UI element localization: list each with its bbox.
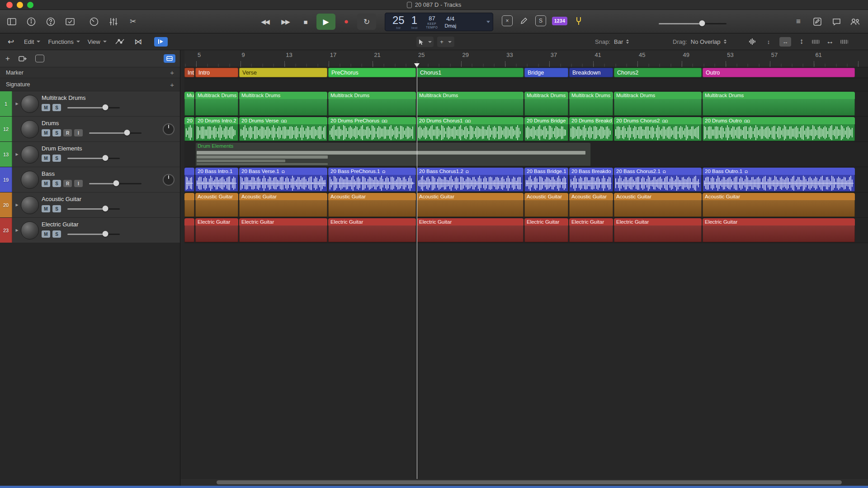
track-lane-drums[interactable]: 2020 Drums Intro.220 Drums VerseΩΩ20 Dru… [184,117,868,142]
region[interactable]: Multitrack Drums [195,92,238,116]
count-in-button[interactable]: 1234 [552,17,567,25]
volume-slider[interactable] [89,130,142,136]
solo-button[interactable]: S [52,155,61,162]
track-header[interactable]: 1 ▶ Multitrack Drums MS [0,91,180,117]
region[interactable]: 20 Bass Outro.1Ω [703,168,855,192]
input-monitoring-button[interactable]: I [74,180,83,187]
list-editors-icon[interactable]: ≡ [793,16,804,27]
track-name[interactable]: Bass [42,170,180,177]
track-icon-acoustic-guitar[interactable] [21,196,39,214]
mute-button[interactable]: M [42,155,50,162]
track-icon-drum-elements[interactable] [21,145,39,164]
command-click-tool-menu[interactable]: + [437,37,454,47]
region[interactable]: Electric Guitar [328,218,416,242]
region[interactable]: Multitrack Drums [524,92,568,116]
smart-controls-icon[interactable] [89,16,99,27]
quick-help-icon[interactable] [45,16,56,27]
horizontal-zoom-slider[interactable] [840,40,848,44]
close-window-button[interactable] [6,2,13,8]
region[interactable]: 20 Bass Verse.1Ω [239,168,327,192]
snap-popup[interactable]: Bar [614,38,629,45]
zoom-window-button[interactable] [27,2,33,8]
track-name[interactable]: Acoustic Guitar [42,196,180,202]
replace-mode-icon[interactable]: × [502,15,513,26]
record-button[interactable]: ● [337,14,356,30]
region[interactable]: Acoustic Guitar [524,193,568,217]
region[interactable] [184,193,194,217]
waveform-zoom-icon[interactable] [747,36,758,47]
region[interactable]: Multitrack Drums [569,92,613,116]
track-header[interactable]: 19 ▶ Bass MSRI [0,167,180,192]
volume-knob[interactable] [102,206,108,211]
disclosure-triangle-icon[interactable]: ▶ [14,91,20,116]
arrangement-marker[interactable]: Int [184,68,194,77]
drag-control[interactable]: Drag: No Overlap [673,33,726,50]
arrangement-marker[interactable]: Breakdown [569,68,613,77]
region[interactable]: 20 [184,117,194,141]
solo-button[interactable]: S [52,129,61,136]
region[interactable]: Electric Guitar [703,218,855,242]
chat-icon[interactable] [831,16,842,27]
volume-knob[interactable] [124,130,130,136]
arrangement-marker[interactable]: Outro [703,68,855,77]
cycle-button[interactable]: ↻ [357,14,376,30]
track-lane-bass[interactable]: 20 Bass Intro.120 Bass Verse.1Ω20 Bass P… [184,167,868,192]
pan-knob[interactable] [163,123,175,135]
region[interactable]: Electric Guitar [524,218,568,242]
menu-edit[interactable]: Edit [24,38,40,45]
track-lane-acoustic-guitar[interactable]: Acoustic GuitarAcoustic GuitarAcoustic G… [184,192,868,218]
track-name[interactable]: Electric Guitar [42,221,180,228]
region[interactable]: 20 Bass Intro.1 [195,168,238,192]
record-enable-button[interactable]: R [63,180,72,187]
playhead[interactable] [417,67,417,479]
arrangement-marker[interactable]: Chorus1 [417,68,524,77]
track-header[interactable]: 13 ▶ Drum Elements MS [0,142,180,167]
mute-button[interactable]: M [42,129,50,136]
note-pads-icon[interactable] [812,16,823,27]
region[interactable]: Electric Guitar [195,218,238,242]
lcd-display[interactable]: 25bar 1beat 87 KEEP TEMPO 4/4 Dmaj [385,13,493,31]
track-lane-multitrack-drums[interactable]: MuMultitrack DrumsMultitrack DrumsMultit… [184,91,868,117]
volume-knob[interactable] [102,231,108,237]
volume-knob[interactable] [699,20,705,26]
region[interactable]: Mu [184,92,194,116]
lcd-chevron-icon[interactable] [486,21,490,23]
track-icon-electric-guitar[interactable] [21,221,39,239]
editors-icon[interactable]: ✂ [127,16,138,27]
duplicate-track-button[interactable] [17,53,28,64]
volume-knob[interactable] [102,155,108,161]
track-icon-bass[interactable] [21,171,39,189]
arrangement-marker[interactable]: Intro [195,68,238,77]
region[interactable]: 20 Drums VerseΩΩ [239,117,327,141]
arrangement-marker[interactable]: PreChorus [328,68,416,77]
track-icon-drums[interactable] [21,95,39,113]
add-signature-button[interactable]: + [170,81,174,89]
region[interactable]: 20 Drums OutroΩΩ [703,117,855,141]
region[interactable] [184,218,194,242]
titlebar[interactable]: 20 087 D - Tracks [0,0,868,10]
arrangement-marker[interactable]: Bridge [524,68,568,77]
arrangement-marker[interactable]: Verse [239,68,327,77]
master-volume-slider[interactable] [659,20,726,27]
global-track-marker[interactable]: Marker + [0,67,180,78]
region[interactable]: 20 Drums Bridge [524,117,568,141]
region[interactable]: 20 Bass Chorus1.2Ω [417,168,524,192]
volume-slider[interactable] [89,180,142,187]
solo-button[interactable]: S [52,205,61,212]
add-marker-button[interactable]: + [170,69,174,76]
disclosure-triangle-icon[interactable]: ▶ [14,218,20,243]
track-header[interactable]: 23 ▶ Electric Guitar MS [0,218,180,243]
minimize-window-button[interactable] [17,2,23,8]
playhead-marker[interactable] [414,63,420,67]
region[interactable]: Multitrack Drums [328,92,416,116]
region[interactable]: Acoustic Guitar [569,193,613,217]
mute-button[interactable]: M [42,104,50,111]
region[interactable]: 20 Drums Intro.2 [195,117,238,141]
region[interactable]: Multitrack Drums [703,92,855,116]
region[interactable]: Multitrack Drums [614,92,702,116]
region[interactable] [184,168,194,192]
crossfade-icon[interactable]: ⋈ [133,36,144,47]
disclosure-triangle-icon[interactable]: ▶ [14,142,20,167]
volume-knob[interactable] [102,104,108,110]
region[interactable]: Electric Guitar [614,218,702,242]
